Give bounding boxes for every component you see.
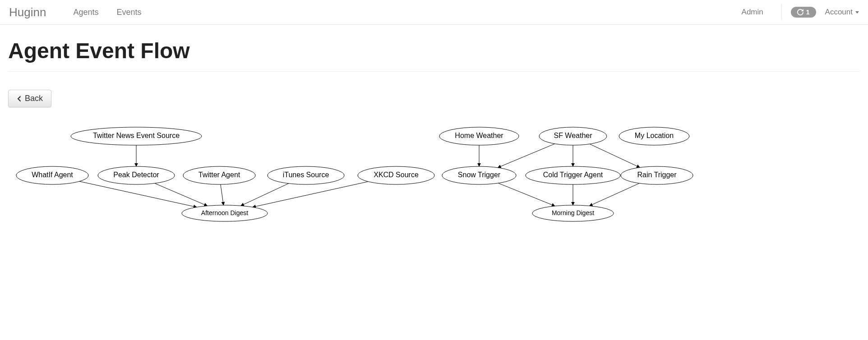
svg-point-11 [526, 166, 620, 184]
agent-node-snow[interactable]: Snow Trigger [442, 166, 516, 184]
agent-node-home_weather[interactable]: Home Weather [439, 127, 519, 145]
svg-point-6 [182, 205, 268, 221]
page-title: Agent Event Flow [8, 38, 860, 72]
nav-left: Agents Events [64, 1, 732, 24]
flow-edge [79, 181, 197, 207]
svg-point-12 [621, 166, 693, 184]
agent-node-cold[interactable]: Cold Trigger Agent [526, 166, 620, 184]
flow-edge [590, 144, 640, 167]
agent-node-whatif[interactable]: WhatIf Agent [16, 166, 88, 184]
agent-node-my_location[interactable]: My Location [619, 127, 689, 145]
agent-node-morning[interactable]: Morning Digest [532, 205, 614, 221]
svg-point-4 [268, 166, 344, 184]
svg-point-0 [71, 127, 202, 145]
svg-point-7 [439, 127, 519, 145]
svg-point-9 [619, 127, 689, 145]
agent-node-twitter_agent[interactable]: Twitter Agent [183, 166, 255, 184]
svg-point-5 [358, 166, 434, 184]
nav-right: Admin 1 Account [733, 1, 859, 23]
jobs-badge[interactable]: 1 [791, 7, 816, 18]
flow-edge [253, 182, 368, 207]
nav-agents[interactable]: Agents [64, 1, 107, 24]
svg-point-3 [183, 166, 255, 184]
agent-node-rain[interactable]: Rain Trigger [621, 166, 693, 184]
flow-edge [221, 184, 224, 205]
svg-point-1 [16, 166, 88, 184]
navbar: Huginn Agents Events Admin 1 Account [0, 0, 868, 25]
svg-point-8 [539, 127, 607, 145]
main-container: Agent Event Flow Back Twitter News Event… [0, 25, 868, 248]
back-label: Back [25, 94, 43, 103]
account-dropdown[interactable]: Account [825, 8, 859, 17]
agent-node-xkcd[interactable]: XKCD Source [358, 166, 434, 184]
refresh-icon [797, 9, 803, 15]
account-label: Account [825, 8, 853, 17]
nav-admin[interactable]: Admin [733, 1, 772, 23]
svg-point-10 [442, 166, 516, 184]
flow-edge [241, 184, 289, 206]
flow-edge [589, 183, 639, 206]
agent-node-itunes[interactable]: iTunes Source [268, 166, 344, 184]
nav-divider [781, 5, 782, 20]
back-button[interactable]: Back [8, 90, 51, 107]
chevron-down-icon [855, 11, 859, 14]
svg-point-2 [98, 166, 175, 184]
flow-edge [498, 144, 554, 168]
flow-edge [155, 184, 208, 206]
brand-logo[interactable]: Huginn [9, 5, 46, 19]
agent-node-afternoon[interactable]: Afternoon Digest [182, 205, 268, 221]
jobs-count: 1 [806, 9, 810, 16]
chevron-left-icon [17, 96, 21, 102]
flow-edge [498, 183, 555, 206]
agent-node-peak[interactable]: Peak Detector [98, 166, 175, 184]
agent-node-twitter_news[interactable]: Twitter News Event Source [71, 127, 202, 145]
flow-diagram: Twitter News Event SourceWhatIf AgentPea… [8, 121, 860, 235]
nav-events[interactable]: Events [107, 1, 150, 24]
svg-point-13 [532, 205, 614, 221]
agent-node-sf_weather[interactable]: SF Weather [539, 127, 607, 145]
